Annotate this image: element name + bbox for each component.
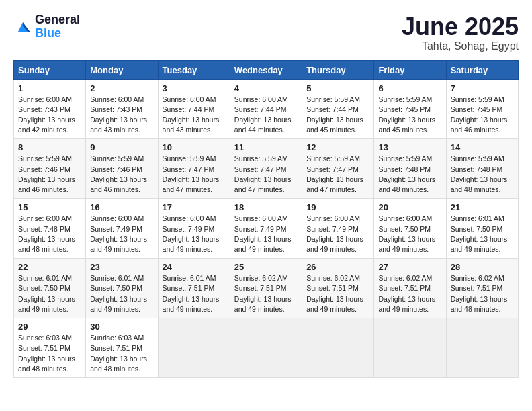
sunrise-label: Sunrise: 6:01 AM: [163, 274, 216, 282]
daylight-label: Daylight: 13 hours and 49 minutes.: [90, 235, 147, 253]
col-thursday: Thursday: [302, 60, 374, 79]
calendar-cell: 29 Sunrise: 6:03 AM Sunset: 7:51 PM Dayl…: [14, 318, 86, 378]
daylight-label: Daylight: 13 hours and 42 minutes.: [18, 116, 75, 134]
sunset-label: Sunset: 7:48 PM: [18, 225, 71, 233]
daylight-label: Daylight: 13 hours and 48 minutes.: [451, 175, 508, 193]
sunset-label: Sunset: 7:51 PM: [306, 284, 359, 292]
day-info: Sunrise: 6:02 AM Sunset: 7:51 PM Dayligh…: [234, 273, 298, 314]
sunset-label: Sunset: 7:50 PM: [18, 284, 71, 292]
week-row-3: 15 Sunrise: 6:00 AM Sunset: 7:48 PM Dayl…: [14, 199, 519, 259]
day-number: 15: [18, 202, 81, 212]
calendar-cell: 18 Sunrise: 6:00 AM Sunset: 7:49 PM Dayl…: [230, 199, 302, 259]
daylight-label: Daylight: 13 hours and 46 minutes.: [451, 116, 508, 134]
sunset-label: Sunset: 7:47 PM: [163, 165, 215, 173]
sunrise-label: Sunrise: 6:00 AM: [18, 214, 72, 222]
day-number: 13: [378, 142, 441, 152]
sunset-label: Sunset: 7:44 PM: [234, 105, 287, 113]
day-info: Sunrise: 6:03 AM Sunset: 7:51 PM Dayligh…: [90, 333, 153, 374]
day-number: 12: [306, 142, 369, 152]
day-info: Sunrise: 6:00 AM Sunset: 7:43 PM Dayligh…: [90, 95, 153, 136]
day-info: Sunrise: 5:59 AM Sunset: 7:47 PM Dayligh…: [163, 154, 226, 195]
week-row-4: 22 Sunrise: 6:01 AM Sunset: 7:50 PM Dayl…: [14, 259, 519, 318]
calendar-cell: 21 Sunrise: 6:01 AM Sunset: 7:50 PM Dayl…: [446, 199, 518, 259]
calendar-cell: 12 Sunrise: 5:59 AM Sunset: 7:47 PM Dayl…: [302, 139, 374, 199]
week-row-5: 29 Sunrise: 6:03 AM Sunset: 7:51 PM Dayl…: [14, 318, 519, 378]
sunrise-label: Sunrise: 6:00 AM: [378, 214, 432, 222]
day-info: Sunrise: 5:59 AM Sunset: 7:44 PM Dayligh…: [306, 95, 369, 136]
col-sunday: Sunday: [14, 60, 86, 79]
sunrise-label: Sunrise: 6:00 AM: [163, 95, 216, 103]
logo-text: General Blue: [35, 13, 80, 40]
daylight-label: Daylight: 13 hours and 49 minutes.: [234, 235, 292, 253]
day-number: 10: [163, 142, 226, 152]
calendar-cell: 4 Sunrise: 6:00 AM Sunset: 7:44 PM Dayli…: [230, 79, 302, 139]
day-number: 7: [451, 83, 514, 93]
daylight-label: Daylight: 13 hours and 48 minutes.: [90, 355, 147, 373]
sunrise-label: Sunrise: 5:59 AM: [451, 95, 504, 103]
day-info: Sunrise: 6:01 AM Sunset: 7:50 PM Dayligh…: [451, 214, 514, 255]
daylight-label: Daylight: 13 hours and 49 minutes.: [234, 295, 292, 313]
day-number: 20: [378, 202, 441, 212]
daylight-label: Daylight: 13 hours and 46 minutes.: [90, 175, 147, 193]
calendar-cell: [446, 318, 518, 378]
day-info: Sunrise: 5:59 AM Sunset: 7:46 PM Dayligh…: [90, 154, 153, 195]
sunset-label: Sunset: 7:48 PM: [451, 165, 503, 173]
daylight-label: Daylight: 13 hours and 48 minutes.: [18, 355, 75, 373]
sunrise-label: Sunrise: 5:59 AM: [90, 154, 144, 163]
sunset-label: Sunset: 7:51 PM: [234, 284, 287, 292]
day-info: Sunrise: 6:00 AM Sunset: 7:44 PM Dayligh…: [163, 95, 226, 136]
day-info: Sunrise: 6:03 AM Sunset: 7:51 PM Dayligh…: [18, 333, 81, 374]
logo-general: General: [35, 13, 80, 27]
daylight-label: Daylight: 13 hours and 45 minutes.: [306, 116, 363, 134]
day-number: 24: [163, 262, 226, 272]
day-info: Sunrise: 6:00 AM Sunset: 7:44 PM Dayligh…: [234, 95, 298, 136]
daylight-label: Daylight: 13 hours and 49 minutes.: [306, 295, 363, 313]
sunrise-label: Sunrise: 5:59 AM: [163, 154, 216, 163]
sunset-label: Sunset: 7:44 PM: [163, 105, 215, 113]
daylight-label: Daylight: 13 hours and 49 minutes.: [90, 295, 147, 313]
day-number: 6: [378, 83, 441, 93]
sunset-label: Sunset: 7:49 PM: [306, 225, 359, 233]
calendar-cell: 19 Sunrise: 6:00 AM Sunset: 7:49 PM Dayl…: [302, 199, 374, 259]
title-block: June 2025 Tahta, Sohag, Egypt: [402, 13, 519, 52]
sunset-label: Sunset: 7:46 PM: [90, 165, 142, 173]
sunset-label: Sunset: 7:50 PM: [90, 284, 142, 292]
day-number: 19: [306, 202, 369, 212]
day-number: 30: [90, 322, 153, 332]
calendar-cell: 16 Sunrise: 6:00 AM Sunset: 7:49 PM Dayl…: [86, 199, 158, 259]
daylight-label: Daylight: 13 hours and 49 minutes.: [18, 295, 75, 313]
sunset-label: Sunset: 7:47 PM: [306, 165, 359, 173]
sunset-label: Sunset: 7:49 PM: [163, 225, 215, 233]
sunrise-label: Sunrise: 6:01 AM: [451, 214, 504, 222]
calendar-location: Tahta, Sohag, Egypt: [402, 40, 519, 52]
sunrise-label: Sunrise: 6:00 AM: [234, 95, 288, 103]
col-tuesday: Tuesday: [158, 60, 230, 79]
calendar-cell: 8 Sunrise: 5:59 AM Sunset: 7:46 PM Dayli…: [14, 139, 86, 199]
daylight-label: Daylight: 13 hours and 48 minutes.: [451, 295, 508, 313]
calendar-cell: 7 Sunrise: 5:59 AM Sunset: 7:45 PM Dayli…: [446, 79, 518, 139]
day-number: 14: [451, 142, 514, 152]
sunrise-label: Sunrise: 6:00 AM: [234, 214, 288, 222]
daylight-label: Daylight: 13 hours and 47 minutes.: [234, 175, 292, 193]
week-row-1: 1 Sunrise: 6:00 AM Sunset: 7:43 PM Dayli…: [14, 79, 519, 139]
day-number: 8: [18, 142, 81, 152]
sunrise-label: Sunrise: 6:00 AM: [18, 95, 72, 103]
daylight-label: Daylight: 13 hours and 47 minutes.: [163, 175, 220, 193]
day-info: Sunrise: 6:00 AM Sunset: 7:43 PM Dayligh…: [18, 95, 81, 136]
day-number: 17: [163, 202, 226, 212]
day-number: 23: [90, 262, 153, 272]
sunset-label: Sunset: 7:51 PM: [90, 344, 142, 352]
day-number: 4: [234, 83, 298, 93]
day-number: 5: [306, 83, 369, 93]
sunrise-label: Sunrise: 5:59 AM: [378, 154, 432, 163]
daylight-label: Daylight: 13 hours and 49 minutes.: [163, 295, 220, 313]
col-friday: Friday: [374, 60, 446, 79]
day-number: 16: [90, 202, 153, 212]
calendar-cell: [374, 318, 446, 378]
day-info: Sunrise: 5:59 AM Sunset: 7:47 PM Dayligh…: [234, 154, 298, 195]
calendar-cell: 15 Sunrise: 6:00 AM Sunset: 7:48 PM Dayl…: [14, 199, 86, 259]
sunset-label: Sunset: 7:49 PM: [234, 225, 287, 233]
sunset-label: Sunset: 7:47 PM: [234, 165, 287, 173]
day-number: 27: [378, 262, 441, 272]
day-info: Sunrise: 5:59 AM Sunset: 7:48 PM Dayligh…: [451, 154, 514, 195]
